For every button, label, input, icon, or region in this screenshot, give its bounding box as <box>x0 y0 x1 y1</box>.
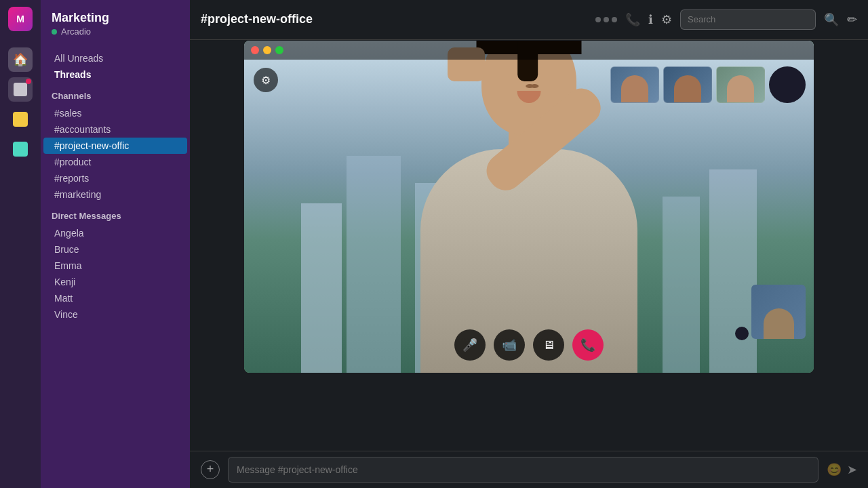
dm-vince[interactable]: Vince <box>43 306 187 323</box>
user-status: Arcadio <box>52 26 179 37</box>
thumbnail-2[interactable] <box>663 66 712 103</box>
end-call-button[interactable]: 📞 <box>572 329 604 361</box>
video-button[interactable]: 📹 <box>494 329 525 361</box>
dm-bruce[interactable]: Bruce <box>43 241 187 258</box>
search-icon[interactable]: 🔍 <box>824 12 839 27</box>
main-area: #project-new-office 📞 ℹ ⚙ 🔍 ✏ <box>190 0 868 488</box>
channel-header: #project-new-office 📞 ℹ ⚙ 🔍 ✏ <box>190 0 868 40</box>
username: Arcadio <box>61 26 91 37</box>
emoji-icon[interactable]: 😊 <box>827 462 842 477</box>
channels-section: Channels #sales #accountants #project-ne… <box>41 83 190 203</box>
edit-icon[interactable]: ✏ <box>847 12 857 27</box>
chat-area: 📞 Channel Meeting You are in this call S… <box>190 440 868 451</box>
dm-section-title: Direct Messages <box>41 211 190 225</box>
sidebar-header: Marketing Arcadio <box>41 0 190 42</box>
thumbnail-bottom-right[interactable] <box>751 285 806 339</box>
screen-share-button[interactable]: 🖥 <box>533 329 564 361</box>
channel-reports[interactable]: #reports <box>43 170 187 186</box>
info-icon[interactable]: ℹ <box>648 12 653 27</box>
status-dot <box>52 29 57 35</box>
workspace-name: Marketing <box>52 11 179 25</box>
thumbnail-3[interactable] <box>716 66 765 103</box>
bell-icon[interactable] <box>8 137 33 161</box>
search-input[interactable] <box>680 9 816 30</box>
dm-icon[interactable] <box>8 77 33 102</box>
input-icons: 😊 ➤ <box>827 462 857 477</box>
video-main: ⚙ <box>244 41 814 373</box>
dot2 <box>604 17 609 22</box>
video-overlay: ⚙ <box>190 41 868 400</box>
threads-item[interactable]: Threads <box>43 66 187 83</box>
header-icons: 📞 ℹ ⚙ 🔍 ✏ <box>625 9 857 30</box>
mute-button[interactable]: 🎤 <box>454 329 486 361</box>
header-dots <box>595 17 617 22</box>
dm-kenji[interactable]: Kenji <box>43 274 187 290</box>
nav-section: All Unreads Threads <box>41 42 190 83</box>
call-controls: 🎤 📹 🖥 📞 <box>454 329 604 361</box>
close-button[interactable] <box>251 46 259 54</box>
dot1 <box>595 17 601 22</box>
video-titlebar <box>244 41 814 60</box>
add-attachment-button[interactable]: + <box>201 460 220 479</box>
sidebar: Marketing Arcadio All Unreads Threads Ch… <box>41 0 190 488</box>
call-icon[interactable]: 📞 <box>625 12 640 27</box>
channel-marketing[interactable]: #marketing <box>43 186 187 203</box>
icon-bar: M 🏠 <box>0 0 41 488</box>
dm-angela[interactable]: Angela <box>43 225 187 241</box>
dm-matt[interactable]: Matt <box>43 290 187 306</box>
send-icon[interactable]: ➤ <box>847 462 857 477</box>
channel-project-new-office[interactable]: #project-new-offic <box>43 138 187 154</box>
channel-sales[interactable]: #sales <box>43 105 187 121</box>
thumbnail-row <box>610 66 806 103</box>
message-input[interactable] <box>228 457 818 483</box>
workspace-logo[interactable]: M <box>8 7 33 31</box>
video-gear-icon[interactable]: ⚙ <box>254 68 278 92</box>
thumbnail-dark[interactable] <box>769 66 806 103</box>
minimize-button[interactable] <box>263 46 271 54</box>
grid-icon[interactable] <box>8 107 33 131</box>
channel-title: #project-new-office <box>201 12 587 26</box>
br-participant-dot <box>735 327 749 340</box>
home-icon[interactable]: 🏠 <box>8 47 33 72</box>
all-unreads-item[interactable]: All Unreads <box>43 50 187 66</box>
dm-section: Direct Messages Angela Bruce Emma Kenji … <box>41 203 190 323</box>
message-input-bar: + 😊 ➤ <box>190 451 868 488</box>
video-window: ⚙ <box>244 41 814 373</box>
channels-section-title: Channels <box>41 91 190 105</box>
fullscreen-button[interactable] <box>275 46 283 54</box>
dm-emma[interactable]: Emma <box>43 258 187 274</box>
settings-icon[interactable]: ⚙ <box>661 12 672 27</box>
channel-product[interactable]: #product <box>43 154 187 170</box>
dot3 <box>612 17 617 22</box>
thumbnail-1[interactable] <box>610 66 659 103</box>
channel-accountants[interactable]: #accountants <box>43 121 187 138</box>
